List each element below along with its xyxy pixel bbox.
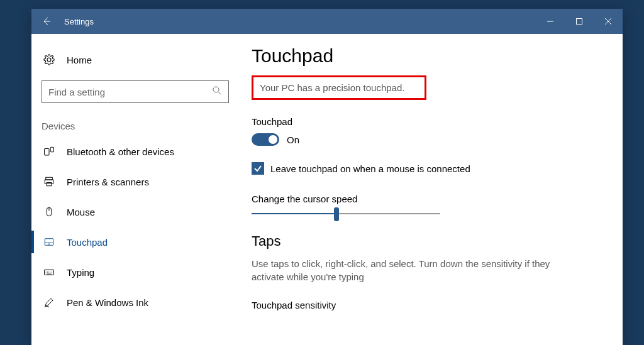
cursor-speed-slider[interactable]: [252, 213, 440, 214]
precision-note: Your PC has a precision touchpad.: [260, 82, 418, 93]
slider-thumb[interactable]: [334, 207, 339, 221]
taps-description: Use taps to click, right-click, and sele…: [252, 257, 553, 283]
sidebar-item-bluetooth[interactable]: Bluetooth & other devices: [31, 136, 239, 167]
sidebar-item-typing[interactable]: Typing: [31, 257, 239, 287]
sidebar: Home Devices Bluetooth & other devices: [31, 34, 239, 345]
gear-icon: [43, 54, 55, 65]
sidebar-home[interactable]: Home: [31, 49, 239, 70]
precision-note-highlight: Your PC has a precision touchpad.: [252, 75, 426, 100]
touchpad-icon: [43, 236, 55, 248]
close-button[interactable]: [594, 9, 623, 34]
svg-rect-4: [46, 177, 53, 180]
sidebar-item-label: Typing: [67, 267, 94, 278]
sidebar-item-label: Bluetooth & other devices: [67, 146, 174, 157]
svg-rect-3: [50, 147, 53, 152]
window-body: Home Devices Bluetooth & other devices: [31, 34, 623, 345]
touchpad-toggle-row: On: [252, 133, 597, 146]
sidebar-item-label: Pen & Windows Ink: [67, 297, 148, 308]
page-title: Touchpad: [252, 45, 597, 67]
search-icon: [212, 85, 222, 98]
keyboard-icon: [43, 266, 55, 278]
minimize-button[interactable]: [536, 9, 565, 34]
maximize-icon: [575, 18, 583, 25]
bluetooth-icon: [43, 146, 55, 157]
pen-icon: [43, 297, 55, 308]
cursor-speed-slider-wrap: [252, 213, 440, 214]
svg-point-1: [213, 87, 219, 92]
leave-on-label: Leave touchpad on when a mouse is connec…: [270, 163, 470, 174]
touchpad-toggle-label: Touchpad: [252, 116, 597, 127]
sensitivity-label: Touchpad sensitivity: [252, 300, 597, 310]
sidebar-item-touchpad[interactable]: Touchpad: [31, 227, 239, 257]
minimize-icon: [547, 18, 554, 25]
svg-rect-0: [577, 19, 582, 25]
slider-fill: [252, 213, 336, 214]
window-title: Settings: [62, 17, 536, 26]
settings-window: Settings Home: [31, 9, 623, 345]
svg-rect-5: [45, 180, 53, 183]
back-button[interactable]: [31, 9, 62, 34]
sidebar-item-pen[interactable]: Pen & Windows Ink: [31, 287, 239, 317]
sidebar-item-label: Printers & scanners: [67, 177, 149, 187]
close-icon: [604, 18, 612, 25]
cursor-speed-label: Change the cursor speed: [252, 194, 597, 204]
sidebar-item-mouse[interactable]: Mouse: [31, 197, 239, 227]
leave-on-checkbox[interactable]: [252, 162, 264, 175]
sidebar-item-printers[interactable]: Printers & scanners: [31, 167, 239, 197]
titlebar: Settings: [31, 9, 623, 34]
svg-rect-6: [47, 183, 52, 186]
toggle-knob: [269, 135, 277, 144]
sidebar-section-header: Devices: [31, 103, 239, 136]
sidebar-item-label: Mouse: [67, 207, 95, 217]
search-box[interactable]: [42, 80, 229, 103]
svg-rect-2: [45, 149, 50, 156]
touchpad-toggle[interactable]: [252, 133, 279, 146]
window-controls: [536, 9, 623, 34]
content-pane: Touchpad Your PC has a precision touchpa…: [239, 34, 623, 345]
toggle-state-text: On: [287, 134, 299, 145]
search-input[interactable]: [48, 87, 212, 97]
maximize-button[interactable]: [565, 9, 594, 34]
sidebar-item-label: Touchpad: [67, 237, 108, 248]
check-icon: [253, 164, 262, 173]
mouse-icon: [43, 206, 55, 217]
leave-on-row: Leave touchpad on when a mouse is connec…: [252, 162, 597, 175]
printer-icon: [43, 176, 55, 187]
taps-heading: Taps: [252, 233, 597, 249]
sidebar-home-label: Home: [67, 55, 92, 65]
